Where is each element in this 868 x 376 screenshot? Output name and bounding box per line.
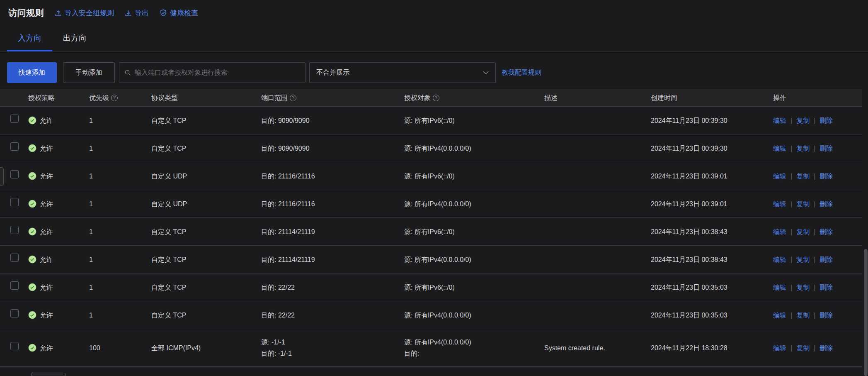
actions-cell: 编辑 | 复制 | 删除 [767, 310, 862, 321]
row-checkbox[interactable] [10, 254, 19, 262]
action-separator: | [814, 310, 815, 321]
port-range-line: 目的: 21114/21119 [261, 226, 398, 237]
protocol-value: 自定义 TCP [145, 254, 255, 265]
configure-rules-help-link[interactable]: 教我配置规则 [502, 68, 541, 77]
column-priority-label: 优先级 [89, 92, 109, 103]
description-value: System created rule. [538, 342, 645, 354]
delete-link[interactable]: 删除 [820, 310, 833, 321]
delete-link[interactable]: 删除 [820, 115, 833, 126]
search-input[interactable] [135, 69, 300, 76]
auth-object-line: 源: 所有IPv4(0.0.0.0/0) [404, 143, 538, 154]
action-separator: | [814, 143, 815, 154]
checkbox-cell [0, 115, 23, 126]
batch-action-button[interactable] [31, 373, 65, 376]
port-range-line: 目的: 21116/21116 [261, 198, 398, 210]
delete-link[interactable]: 删除 [820, 254, 833, 265]
edit-link[interactable]: 编辑 [773, 310, 786, 321]
row-checkbox[interactable] [10, 170, 19, 178]
row-checkbox[interactable] [10, 342, 19, 350]
edit-link[interactable]: 编辑 [773, 282, 786, 293]
created-time-value: 2024年11月23日 00:38:43 [645, 254, 767, 265]
edit-link[interactable]: 编辑 [773, 143, 786, 154]
health-check-label: 健康检查 [170, 8, 198, 18]
priority-value: 1 [83, 226, 145, 237]
delete-link[interactable]: 删除 [820, 198, 833, 210]
scrollbar-thumb[interactable] [864, 249, 868, 376]
port-range-help-icon[interactable] [290, 95, 296, 101]
row-checkbox[interactable] [10, 281, 19, 290]
auth-object-cell: 源: 所有IPv6(::/0) [398, 226, 538, 237]
row-checkbox[interactable] [10, 115, 19, 123]
auth-object-line: 源: 所有IPv4(0.0.0.0/0) [404, 254, 538, 265]
delete-link[interactable]: 删除 [820, 143, 833, 154]
left-drawer-handle[interactable] [0, 167, 4, 186]
priority-value: 1 [83, 282, 145, 293]
row-checkbox[interactable] [10, 226, 19, 234]
delete-link[interactable]: 删除 [820, 171, 833, 182]
policy-value: 允许 [40, 143, 53, 154]
policy-value: 允许 [40, 342, 53, 354]
action-separator: | [814, 254, 815, 265]
health-check-link[interactable]: 健康检查 [160, 8, 198, 18]
quick-add-button[interactable]: 快速添加 [7, 62, 57, 83]
priority-value: 100 [83, 342, 145, 354]
port-range-cell: 目的: 21116/21116 [255, 198, 398, 210]
policy-value: 允许 [40, 171, 53, 182]
port-range-cell: 目的: 21114/21119 [255, 226, 398, 237]
created-time-value: 2024年11月23日 00:39:01 [645, 198, 767, 210]
action-separator: | [814, 282, 815, 293]
edit-link[interactable]: 编辑 [773, 342, 786, 354]
protocol-value: 全部 ICMP(IPv4) [145, 342, 255, 354]
copy-link[interactable]: 复制 [796, 282, 810, 293]
column-auth-object-label: 授权对象 [404, 92, 431, 103]
tab-inbound[interactable]: 入方向 [7, 33, 52, 51]
table-row: 允许 1 自定义 TCP 目的: 9090/9090 源: 所有IPv6(::/… [0, 107, 862, 134]
auth-object-help-icon[interactable] [433, 95, 439, 101]
export-link[interactable]: 导出 [125, 8, 149, 18]
copy-link[interactable]: 复制 [796, 342, 810, 354]
direction-tabs: 入方向 出方向 [0, 23, 868, 51]
rules-search-box [119, 62, 305, 83]
export-label: 导出 [135, 8, 149, 18]
protocol-value: 自定义 TCP [145, 282, 255, 293]
policy-cell: 允许 [23, 198, 83, 210]
delete-link[interactable]: 删除 [820, 342, 833, 354]
row-checkbox[interactable] [10, 142, 19, 151]
copy-link[interactable]: 复制 [796, 143, 810, 154]
delete-link[interactable]: 删除 [820, 226, 833, 237]
copy-link[interactable]: 复制 [796, 198, 810, 210]
edit-link[interactable]: 编辑 [773, 226, 786, 237]
edit-link[interactable]: 编辑 [773, 115, 786, 126]
display-mode-select[interactable]: 不合并展示 [309, 62, 496, 83]
manual-add-button[interactable]: 手动添加 [63, 62, 115, 83]
import-rules-link[interactable]: 导入安全组规则 [55, 8, 114, 18]
page-header: 访问规则 导入安全组规则 导出 健 [0, 0, 868, 23]
policy-cell: 允许 [23, 226, 83, 237]
policy-value: 允许 [40, 226, 53, 237]
auth-object-cell: 源: 所有IPv6(::/0) [398, 115, 538, 126]
row-checkbox[interactable] [10, 309, 19, 317]
auth-object-cell: 源: 所有IPv4(0.0.0.0/0)目的: [398, 337, 538, 359]
row-checkbox[interactable] [10, 198, 19, 206]
vertical-scrollbar[interactable] [863, 90, 868, 376]
copy-link[interactable]: 复制 [796, 115, 810, 126]
column-actions: 操作 [767, 92, 862, 103]
priority-help-icon[interactable] [111, 95, 118, 101]
edit-link[interactable]: 编辑 [773, 198, 786, 210]
tab-outbound[interactable]: 出方向 [52, 33, 97, 51]
table-row: 允许 1 自定义 TCP 目的: 22/22 源: 所有IPv4(0.0.0.0… [0, 301, 862, 329]
policy-cell: 允许 [23, 115, 83, 126]
auth-object-cell: 源: 所有IPv6(::/0) [398, 282, 538, 293]
copy-link[interactable]: 复制 [796, 254, 810, 265]
copy-link[interactable]: 复制 [796, 226, 810, 237]
edit-link[interactable]: 编辑 [773, 171, 786, 182]
copy-link[interactable]: 复制 [796, 310, 810, 321]
table-body: 允许 1 自定义 TCP 目的: 9090/9090 源: 所有IPv6(::/… [0, 107, 862, 367]
edit-link[interactable]: 编辑 [773, 254, 786, 265]
allow-check-icon [28, 283, 36, 291]
port-range-line: 目的: 22/22 [261, 310, 398, 321]
action-separator: | [790, 342, 792, 354]
copy-link[interactable]: 复制 [796, 171, 810, 182]
delete-link[interactable]: 删除 [820, 282, 833, 293]
column-created-time-label: 创建时间 [651, 92, 677, 103]
